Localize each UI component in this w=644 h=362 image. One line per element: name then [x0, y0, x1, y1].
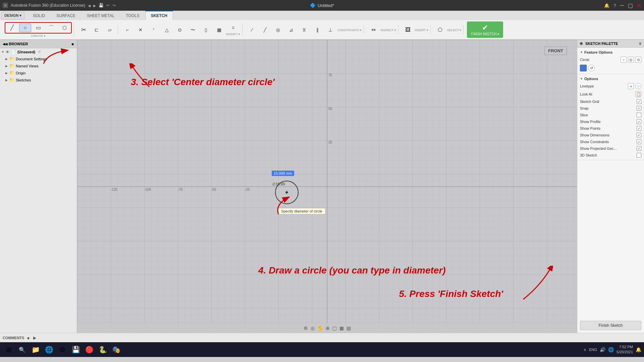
- canvas-area[interactable]: FRONT -125 -100 -75 -50 -25 75 50 25 15.…: [77, 40, 577, 333]
- extend-btn[interactable]: ⎖: [148, 26, 160, 34]
- polygon-tool-btn[interactable]: ⬡: [58, 23, 70, 32]
- fixed-btn[interactable]: ⧖: [298, 25, 310, 34]
- tab-sketch[interactable]: SKETCH: [145, 11, 173, 20]
- coincident-btn[interactable]: ∕: [246, 26, 258, 34]
- browser-collapse-icon[interactable]: ◂◂: [3, 41, 7, 47]
- trim-btn[interactable]: ✕: [135, 26, 147, 34]
- nav-grid-icon[interactable]: ▦: [339, 325, 344, 331]
- windows-start-btn[interactable]: ⊞: [3, 344, 15, 356]
- showprojected-checkbox[interactable]: [637, 146, 641, 151]
- mirror-btn[interactable]: ⏥: [104, 26, 116, 34]
- options-header[interactable]: ▼ Options: [580, 75, 641, 82]
- nav-settings-icon[interactable]: ⚙: [304, 325, 308, 331]
- eye-icon[interactable]: 👁: [6, 50, 9, 54]
- refresh-icon[interactable]: ↺: [38, 50, 41, 54]
- circle-type-center[interactable]: ◎: [628, 57, 634, 63]
- maximize-btn[interactable]: ▢: [628, 2, 633, 9]
- rect-tool-btn[interactable]: ▭: [32, 23, 44, 32]
- showdimensions-checkbox[interactable]: [637, 133, 641, 137]
- perp-btn[interactable]: ⊥: [324, 26, 336, 34]
- help-icon[interactable]: ?: [613, 3, 616, 8]
- measure-btn[interactable]: ⇔: [367, 25, 379, 34]
- taskbar-app2-btn[interactable]: 🎭: [110, 344, 122, 356]
- finish-sketch-palette-btn[interactable]: Finish Sketch: [580, 321, 641, 330]
- browser-item-sketches[interactable]: ▶ 📁 Sketches: [0, 76, 77, 83]
- minimize-btn[interactable]: ─: [620, 2, 624, 8]
- tab-tools[interactable]: TOOLS: [120, 11, 145, 20]
- notification-icon[interactable]: 🔔: [604, 3, 609, 8]
- parallel-btn[interactable]: ∥: [311, 26, 323, 34]
- browser-toggle[interactable]: ●: [71, 41, 74, 47]
- feature-options-header[interactable]: ▼ Feature Options: [580, 49, 641, 56]
- taskbar-volume-icon[interactable]: 🔊: [600, 347, 605, 352]
- tab-surface[interactable]: SURFACE: [51, 11, 81, 20]
- fillet-btn[interactable]: ⌐: [121, 26, 133, 34]
- tab-sheet-metal[interactable]: SHEET METAL: [81, 11, 120, 20]
- finish-sketch-toolbar-btn[interactable]: ✔ FINISH SKETCH ▾: [467, 21, 503, 38]
- nav-view-icon[interactable]: ▢: [332, 325, 337, 331]
- close-btn[interactable]: ✕: [637, 2, 641, 9]
- insert-label[interactable]: INSERT ▾: [415, 28, 428, 32]
- nav-pan-icon[interactable]: ✋: [317, 325, 323, 331]
- nav-fwd[interactable]: ▸: [93, 2, 96, 9]
- ellipse-btn[interactable]: ⊙: [174, 26, 186, 34]
- showconstraints-checkbox[interactable]: [637, 139, 641, 144]
- color-radio[interactable]: ↺: [588, 65, 595, 71]
- pattern-btn[interactable]: ▦: [213, 26, 225, 34]
- nav-display-icon[interactable]: ▤: [346, 325, 351, 331]
- design-dropdown[interactable]: DESIGN ▾: [1, 12, 24, 19]
- constraints-label[interactable]: CONSTRAINTS ▾: [337, 28, 362, 32]
- palette-close-icon[interactable]: ≡: [639, 41, 641, 46]
- modify-label[interactable]: MODIFY ▾: [226, 33, 240, 36]
- 3dsketch-checkbox[interactable]: [637, 153, 641, 158]
- create-label[interactable]: CREATE ▾: [5, 34, 72, 38]
- nav-zoom-icon[interactable]: ⊕: [326, 325, 330, 331]
- select-btn[interactable]: ⬡: [434, 25, 446, 34]
- circle-tool-btn[interactable]: ○: [19, 23, 31, 32]
- snap-checkbox[interactable]: [637, 106, 641, 111]
- taskbar-notifications[interactable]: 🔔: [636, 347, 641, 352]
- inspect-label[interactable]: INSPECT ▾: [380, 28, 396, 32]
- comments-toggle[interactable]: ●: [27, 335, 30, 341]
- linetype-icon2[interactable]: ○: [635, 83, 641, 89]
- nav-back[interactable]: ◂: [88, 2, 91, 9]
- offset-btn[interactable]: ⊏: [91, 26, 103, 34]
- taskbar-app1-btn[interactable]: 🐍: [97, 344, 109, 356]
- equal-btn[interactable]: =: [227, 24, 239, 32]
- taskbar-search-btn[interactable]: 🔍: [16, 344, 28, 356]
- taskbar-settings-btn[interactable]: ⚙: [56, 344, 68, 356]
- taskbar-store-btn[interactable]: 💾: [70, 344, 82, 356]
- tab-solid[interactable]: SOLID: [27, 11, 51, 20]
- concentric-btn[interactable]: ◎: [272, 26, 284, 34]
- nav-position-icon[interactable]: ◎: [311, 325, 315, 331]
- circle-type-filled[interactable]: ○: [621, 57, 627, 63]
- showpoints-checkbox[interactable]: [637, 126, 641, 131]
- midpoint-btn[interactable]: ⊿: [285, 26, 297, 34]
- linetype-icon1[interactable]: ≺: [628, 83, 634, 89]
- browser-item-origin[interactable]: ▶ 📁 Origin: [0, 69, 77, 76]
- spline-btn[interactable]: 〜: [187, 26, 199, 34]
- browser-item-root[interactable]: ▼ 👁 📄 (Unsaved) ↺: [0, 48, 77, 55]
- circle-type-3point[interactable]: ⊙: [635, 57, 641, 63]
- scissors-btn[interactable]: ✂: [77, 25, 90, 34]
- color-blue[interactable]: [580, 65, 587, 71]
- insert-image-btn[interactable]: 🖼: [402, 25, 414, 34]
- undo-icon[interactable]: ↩: [106, 3, 110, 8]
- slice-checkbox[interactable]: [637, 113, 641, 117]
- break-btn[interactable]: △: [161, 26, 173, 34]
- taskbar-fileexplorer-btn[interactable]: 📁: [30, 344, 42, 356]
- select-label[interactable]: SELECT ▾: [447, 28, 461, 32]
- showprofile-checkbox[interactable]: [637, 119, 641, 124]
- browser-item-namedviews[interactable]: ▶ 📁 Named Views: [0, 62, 77, 69]
- line-tool-btn[interactable]: ╱: [6, 23, 18, 32]
- taskbar-hidden-icons[interactable]: ∧: [584, 348, 586, 352]
- redo-icon[interactable]: ↪: [112, 3, 116, 8]
- comments-expand[interactable]: ▶: [33, 336, 36, 340]
- browser-item-docsettings[interactable]: ▶ 📁 Document Settings: [0, 55, 77, 62]
- project-btn[interactable]: ▯: [200, 26, 212, 34]
- collinear-btn[interactable]: ╱: [259, 26, 271, 34]
- arc-tool-btn[interactable]: ⌒: [45, 23, 57, 32]
- sketchgrid-checkbox[interactable]: [637, 99, 641, 104]
- taskbar-chrome-btn[interactable]: 🔴: [83, 344, 95, 356]
- taskbar-network-icon[interactable]: 🌐: [608, 347, 614, 352]
